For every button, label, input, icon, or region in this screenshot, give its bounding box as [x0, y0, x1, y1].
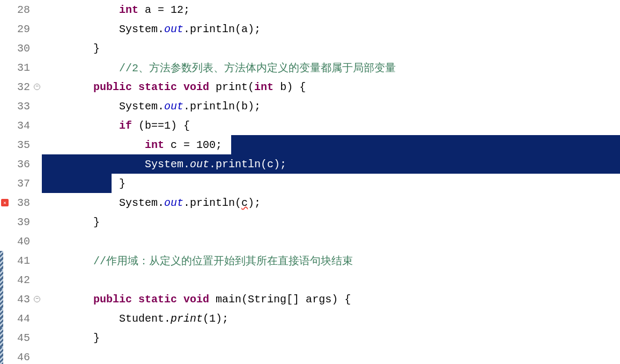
token: static — [138, 81, 177, 93]
change-bar — [0, 270, 3, 289]
code-line[interactable]: } — [42, 212, 620, 232]
fold-column — [32, 270, 42, 289]
token: //作用域：从定义的位置开始到其所在直接语句块结束 — [93, 255, 353, 268]
code-line[interactable]: System.out.println(c); — [42, 154, 620, 174]
token: public — [93, 293, 132, 306]
token: out — [164, 23, 183, 35]
code-content: if (b==1) { — [42, 120, 190, 132]
line-number[interactable]: 37 — [10, 177, 32, 190]
line-number[interactable]: 40 — [10, 235, 32, 248]
token: int — [254, 81, 274, 93]
code-content: Student.print(1); — [42, 313, 228, 325]
code-line[interactable]: int a = 12; — [42, 0, 620, 19]
fold-column — [32, 135, 42, 154]
fold-column — [32, 96, 42, 116]
token — [132, 81, 138, 93]
line-number[interactable]: 36 — [10, 158, 32, 170]
code-line[interactable]: if (b==1) { — [42, 116, 620, 135]
fold-collapse-icon[interactable]: − — [34, 296, 40, 302]
line-number[interactable]: 28 — [10, 4, 32, 16]
code-line[interactable]: } — [42, 39, 620, 58]
code-content: int c = 100; — [42, 139, 222, 151]
code-line[interactable]: public static void main(String[] args) { — [42, 289, 620, 309]
token: void — [183, 81, 209, 93]
change-bar — [0, 289, 3, 309]
fold-collapse-icon[interactable]: − — [34, 84, 40, 90]
line-number[interactable]: 41 — [10, 255, 32, 267]
token — [132, 293, 138, 306]
line-number[interactable]: 30 — [10, 42, 32, 55]
fold-column — [32, 232, 42, 251]
change-bar — [0, 328, 3, 347]
code-content: } — [42, 42, 100, 55]
line-number[interactable]: 32 — [10, 81, 32, 93]
marker-column — [0, 77, 10, 96]
code-line[interactable]: //作用域：从定义的位置开始到其所在直接语句块结束 — [42, 251, 620, 270]
fold-column — [32, 0, 42, 19]
token: //2、方法参数列表、方法体内定义的变量都属于局部变量 — [119, 62, 396, 75]
line-number[interactable]: 43 — [10, 293, 32, 306]
token: Student. — [119, 313, 171, 325]
code-line[interactable]: Student.print(1); — [42, 309, 620, 328]
code-line[interactable]: System.out.println(b); — [42, 96, 620, 116]
marker-column — [0, 154, 10, 174]
marker-column — [0, 19, 10, 39]
line-number[interactable]: 31 — [10, 62, 32, 74]
code-line[interactable]: int c = 100; — [42, 135, 620, 154]
line-number[interactable]: 34 — [10, 120, 32, 132]
code-line[interactable] — [42, 270, 620, 289]
code-line[interactable]: }} — [42, 174, 620, 193]
line-number[interactable]: 42 — [10, 274, 32, 286]
gutter-row: 31 — [0, 58, 42, 77]
marker-column — [0, 96, 10, 116]
token: c = 100; — [164, 139, 222, 151]
error-icon[interactable] — [1, 199, 9, 206]
code-content: } — [42, 332, 100, 344]
line-number[interactable]: 29 — [10, 23, 32, 35]
gutter: 2829303132−3334353637383940414243−444546 — [0, 0, 42, 364]
code-content: System.out.println(a); — [42, 23, 261, 35]
token: int — [119, 4, 138, 16]
line-number[interactable]: 45 — [10, 332, 32, 344]
code-content: System.out.println(b); — [42, 100, 261, 113]
token — [177, 81, 183, 93]
gutter-row: 37 — [0, 174, 42, 193]
code-content: } — [42, 216, 100, 228]
token: } — [93, 216, 100, 228]
token: c — [241, 197, 248, 209]
fold-column — [32, 116, 42, 135]
line-number[interactable]: 38 — [10, 197, 32, 209]
line-number[interactable]: 39 — [10, 216, 32, 228]
line-number[interactable]: 44 — [10, 313, 32, 325]
marker-column — [0, 193, 10, 212]
marker-column — [0, 135, 10, 154]
token: print( — [209, 81, 254, 93]
code-line[interactable] — [42, 232, 620, 251]
code-area[interactable]: int a = 12; System.out.println(a); } //2… — [42, 0, 620, 364]
code-content: //作用域：从定义的位置开始到其所在直接语句块结束 — [42, 254, 353, 268]
gutter-row: 43− — [0, 289, 42, 309]
selection-highlight — [231, 135, 620, 154]
gutter-row: 42 — [0, 270, 42, 289]
line-number[interactable]: 35 — [10, 139, 32, 151]
gutter-row: 34 — [0, 116, 42, 135]
code-line[interactable]: System.out.println(a); — [42, 19, 620, 39]
code-line[interactable]: } — [42, 328, 620, 347]
token: main(String[] args) { — [209, 293, 351, 306]
token: out — [190, 158, 209, 170]
token: out — [164, 197, 183, 209]
code-editor[interactable]: 2829303132−3334353637383940414243−444546… — [0, 0, 620, 364]
gutter-row: 29 — [0, 19, 42, 39]
code-line[interactable]: System.out.println(c); — [42, 193, 620, 212]
code-content: public static void main(String[] args) { — [42, 293, 351, 306]
code-line[interactable]: public static void print(int b) { — [42, 77, 620, 96]
fold-column — [32, 58, 42, 77]
token: print — [171, 313, 203, 325]
token: .println(c); — [209, 158, 286, 170]
line-number[interactable]: 33 — [10, 100, 32, 113]
token: System. — [119, 197, 164, 209]
code-line[interactable]: //2、方法参数列表、方法体内定义的变量都属于局部变量 — [42, 58, 620, 77]
code-line[interactable] — [42, 347, 620, 364]
code-content: System.out.println(c); — [42, 158, 286, 170]
line-number[interactable]: 46 — [10, 351, 32, 363]
